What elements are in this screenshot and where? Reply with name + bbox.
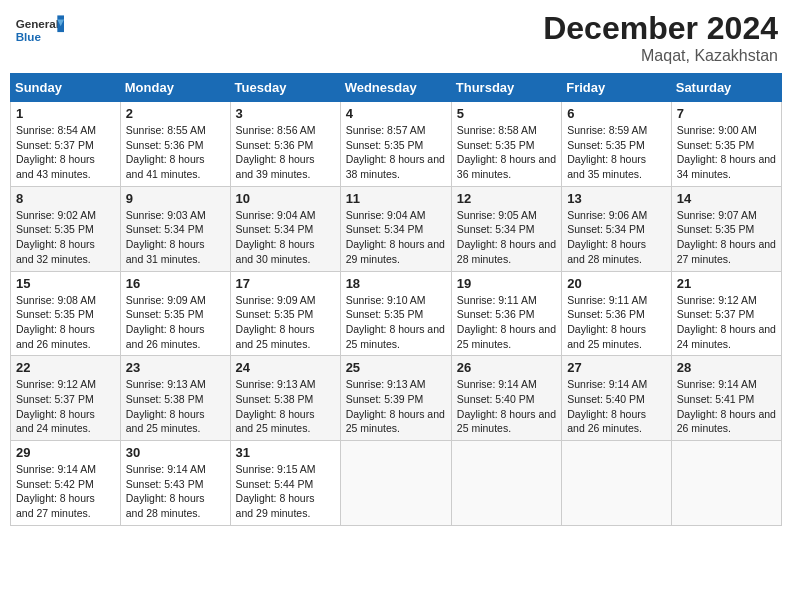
- cell-info: Sunrise: 9:12 AMSunset: 5:37 PMDaylight:…: [677, 294, 776, 350]
- day-number: 17: [236, 276, 335, 291]
- cell-info: Sunrise: 9:09 AMSunset: 5:35 PMDaylight:…: [126, 294, 206, 350]
- calendar-cell: 9Sunrise: 9:03 AMSunset: 5:34 PMDaylight…: [120, 186, 230, 271]
- day-number: 4: [346, 106, 446, 121]
- calendar-cell: 23Sunrise: 9:13 AMSunset: 5:38 PMDayligh…: [120, 356, 230, 441]
- svg-text:General: General: [16, 17, 59, 30]
- calendar-week-2: 8Sunrise: 9:02 AMSunset: 5:35 PMDaylight…: [11, 186, 782, 271]
- cell-info: Sunrise: 9:11 AMSunset: 5:36 PMDaylight:…: [567, 294, 647, 350]
- calendar-cell: 5Sunrise: 8:58 AMSunset: 5:35 PMDaylight…: [451, 102, 561, 187]
- day-number: 15: [16, 276, 115, 291]
- page-title: December 2024: [543, 10, 778, 47]
- title-block: December 2024 Maqat, Kazakhstan: [543, 10, 778, 65]
- calendar-cell: [451, 441, 561, 526]
- cell-info: Sunrise: 8:59 AMSunset: 5:35 PMDaylight:…: [567, 124, 647, 180]
- cell-info: Sunrise: 9:15 AMSunset: 5:44 PMDaylight:…: [236, 463, 316, 519]
- cell-info: Sunrise: 9:13 AMSunset: 5:38 PMDaylight:…: [126, 378, 206, 434]
- day-number: 25: [346, 360, 446, 375]
- cell-info: Sunrise: 9:13 AMSunset: 5:39 PMDaylight:…: [346, 378, 445, 434]
- calendar-cell: 18Sunrise: 9:10 AMSunset: 5:35 PMDayligh…: [340, 271, 451, 356]
- day-number: 5: [457, 106, 556, 121]
- day-number: 9: [126, 191, 225, 206]
- day-number: 3: [236, 106, 335, 121]
- weekday-header-wednesday: Wednesday: [340, 74, 451, 102]
- day-number: 6: [567, 106, 666, 121]
- calendar-cell: 10Sunrise: 9:04 AMSunset: 5:34 PMDayligh…: [230, 186, 340, 271]
- cell-info: Sunrise: 9:14 AMSunset: 5:42 PMDaylight:…: [16, 463, 96, 519]
- cell-info: Sunrise: 8:54 AMSunset: 5:37 PMDaylight:…: [16, 124, 96, 180]
- calendar-cell: 25Sunrise: 9:13 AMSunset: 5:39 PMDayligh…: [340, 356, 451, 441]
- calendar-cell: 30Sunrise: 9:14 AMSunset: 5:43 PMDayligh…: [120, 441, 230, 526]
- cell-info: Sunrise: 9:05 AMSunset: 5:34 PMDaylight:…: [457, 209, 556, 265]
- day-number: 26: [457, 360, 556, 375]
- calendar-cell: 27Sunrise: 9:14 AMSunset: 5:40 PMDayligh…: [562, 356, 672, 441]
- day-number: 13: [567, 191, 666, 206]
- calendar-cell: [671, 441, 781, 526]
- page-header: General Blue December 2024 Maqat, Kazakh…: [10, 10, 782, 65]
- day-number: 27: [567, 360, 666, 375]
- calendar-cell: 6Sunrise: 8:59 AMSunset: 5:35 PMDaylight…: [562, 102, 672, 187]
- calendar-cell: 26Sunrise: 9:14 AMSunset: 5:40 PMDayligh…: [451, 356, 561, 441]
- calendar-week-5: 29Sunrise: 9:14 AMSunset: 5:42 PMDayligh…: [11, 441, 782, 526]
- calendar-cell: 11Sunrise: 9:04 AMSunset: 5:34 PMDayligh…: [340, 186, 451, 271]
- calendar-cell: 8Sunrise: 9:02 AMSunset: 5:35 PMDaylight…: [11, 186, 121, 271]
- svg-text:Blue: Blue: [16, 30, 42, 43]
- calendar-cell: 16Sunrise: 9:09 AMSunset: 5:35 PMDayligh…: [120, 271, 230, 356]
- day-number: 2: [126, 106, 225, 121]
- day-number: 20: [567, 276, 666, 291]
- weekday-header-sunday: Sunday: [11, 74, 121, 102]
- cell-info: Sunrise: 9:07 AMSunset: 5:35 PMDaylight:…: [677, 209, 776, 265]
- cell-info: Sunrise: 9:13 AMSunset: 5:38 PMDaylight:…: [236, 378, 316, 434]
- cell-info: Sunrise: 9:04 AMSunset: 5:34 PMDaylight:…: [346, 209, 445, 265]
- cell-info: Sunrise: 9:04 AMSunset: 5:34 PMDaylight:…: [236, 209, 316, 265]
- calendar-cell: 20Sunrise: 9:11 AMSunset: 5:36 PMDayligh…: [562, 271, 672, 356]
- calendar-cell: 15Sunrise: 9:08 AMSunset: 5:35 PMDayligh…: [11, 271, 121, 356]
- cell-info: Sunrise: 8:56 AMSunset: 5:36 PMDaylight:…: [236, 124, 316, 180]
- day-number: 24: [236, 360, 335, 375]
- calendar-cell: 21Sunrise: 9:12 AMSunset: 5:37 PMDayligh…: [671, 271, 781, 356]
- cell-info: Sunrise: 9:14 AMSunset: 5:40 PMDaylight:…: [567, 378, 647, 434]
- page-subtitle: Maqat, Kazakhstan: [543, 47, 778, 65]
- calendar-cell: 28Sunrise: 9:14 AMSunset: 5:41 PMDayligh…: [671, 356, 781, 441]
- logo-icon: General Blue: [14, 10, 64, 50]
- cell-info: Sunrise: 9:08 AMSunset: 5:35 PMDaylight:…: [16, 294, 96, 350]
- calendar-cell: 12Sunrise: 9:05 AMSunset: 5:34 PMDayligh…: [451, 186, 561, 271]
- weekday-header-friday: Friday: [562, 74, 672, 102]
- calendar-cell: 1Sunrise: 8:54 AMSunset: 5:37 PMDaylight…: [11, 102, 121, 187]
- day-number: 1: [16, 106, 115, 121]
- calendar-cell: 7Sunrise: 9:00 AMSunset: 5:35 PMDaylight…: [671, 102, 781, 187]
- cell-info: Sunrise: 9:02 AMSunset: 5:35 PMDaylight:…: [16, 209, 96, 265]
- weekday-header-thursday: Thursday: [451, 74, 561, 102]
- calendar-week-4: 22Sunrise: 9:12 AMSunset: 5:37 PMDayligh…: [11, 356, 782, 441]
- cell-info: Sunrise: 9:14 AMSunset: 5:43 PMDaylight:…: [126, 463, 206, 519]
- calendar-week-1: 1Sunrise: 8:54 AMSunset: 5:37 PMDaylight…: [11, 102, 782, 187]
- cell-info: Sunrise: 9:09 AMSunset: 5:35 PMDaylight:…: [236, 294, 316, 350]
- calendar-cell: 3Sunrise: 8:56 AMSunset: 5:36 PMDaylight…: [230, 102, 340, 187]
- calendar-cell: 29Sunrise: 9:14 AMSunset: 5:42 PMDayligh…: [11, 441, 121, 526]
- cell-info: Sunrise: 9:14 AMSunset: 5:40 PMDaylight:…: [457, 378, 556, 434]
- calendar-cell: 13Sunrise: 9:06 AMSunset: 5:34 PMDayligh…: [562, 186, 672, 271]
- cell-info: Sunrise: 9:06 AMSunset: 5:34 PMDaylight:…: [567, 209, 647, 265]
- day-number: 10: [236, 191, 335, 206]
- day-number: 7: [677, 106, 776, 121]
- calendar-cell: 14Sunrise: 9:07 AMSunset: 5:35 PMDayligh…: [671, 186, 781, 271]
- cell-info: Sunrise: 8:58 AMSunset: 5:35 PMDaylight:…: [457, 124, 556, 180]
- day-number: 12: [457, 191, 556, 206]
- cell-info: Sunrise: 8:55 AMSunset: 5:36 PMDaylight:…: [126, 124, 206, 180]
- calendar-cell: [340, 441, 451, 526]
- calendar-header-row: SundayMondayTuesdayWednesdayThursdayFrid…: [11, 74, 782, 102]
- calendar-cell: 19Sunrise: 9:11 AMSunset: 5:36 PMDayligh…: [451, 271, 561, 356]
- day-number: 28: [677, 360, 776, 375]
- day-number: 29: [16, 445, 115, 460]
- day-number: 14: [677, 191, 776, 206]
- calendar-cell: 31Sunrise: 9:15 AMSunset: 5:44 PMDayligh…: [230, 441, 340, 526]
- cell-info: Sunrise: 8:57 AMSunset: 5:35 PMDaylight:…: [346, 124, 445, 180]
- calendar-cell: 4Sunrise: 8:57 AMSunset: 5:35 PMDaylight…: [340, 102, 451, 187]
- calendar-cell: [562, 441, 672, 526]
- calendar-cell: 2Sunrise: 8:55 AMSunset: 5:36 PMDaylight…: [120, 102, 230, 187]
- cell-info: Sunrise: 9:03 AMSunset: 5:34 PMDaylight:…: [126, 209, 206, 265]
- day-number: 31: [236, 445, 335, 460]
- cell-info: Sunrise: 9:14 AMSunset: 5:41 PMDaylight:…: [677, 378, 776, 434]
- calendar-cell: 24Sunrise: 9:13 AMSunset: 5:38 PMDayligh…: [230, 356, 340, 441]
- day-number: 8: [16, 191, 115, 206]
- day-number: 19: [457, 276, 556, 291]
